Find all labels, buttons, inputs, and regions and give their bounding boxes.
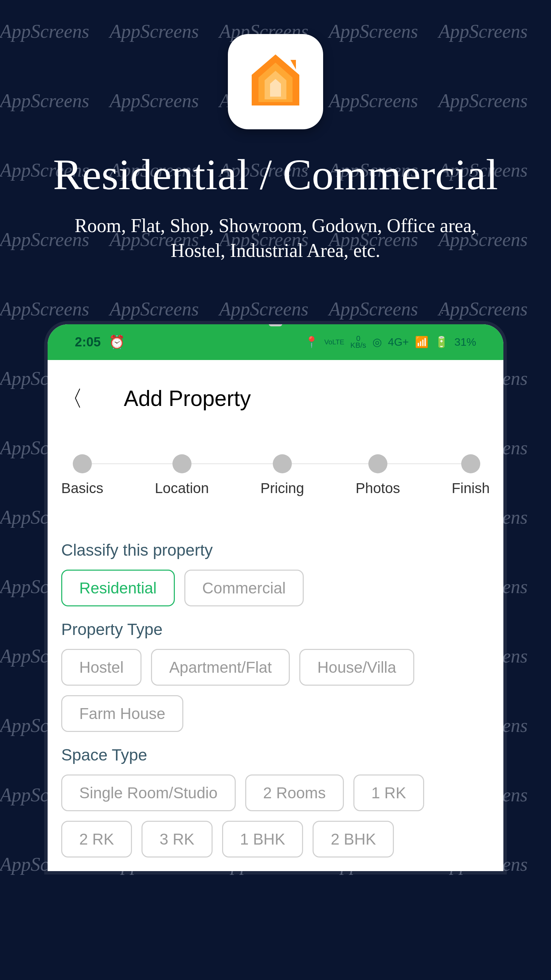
- chip-commercial[interactable]: Commercial: [184, 570, 304, 606]
- chip-hostel[interactable]: Hostel: [61, 649, 141, 686]
- phone-notch: [269, 324, 282, 326]
- step-photos[interactable]: Photos: [356, 454, 400, 496]
- chip-3rk[interactable]: 3 RK: [141, 821, 212, 858]
- chip-2-rooms[interactable]: 2 Rooms: [245, 775, 344, 811]
- chip-apartment[interactable]: Apartment/Flat: [151, 649, 290, 686]
- chip-farm-house[interactable]: Farm House: [61, 695, 183, 732]
- location-icon: 📍: [305, 336, 318, 348]
- status-time: 2:05: [75, 335, 101, 350]
- house-icon: [241, 48, 310, 116]
- classify-label: Classify this property: [61, 541, 490, 559]
- step-dot: [368, 454, 387, 473]
- chip-2rk[interactable]: 2 RK: [61, 821, 132, 858]
- step-dot: [73, 454, 92, 473]
- step-pricing[interactable]: Pricing: [260, 454, 304, 496]
- step-location[interactable]: Location: [155, 454, 209, 496]
- battery-icon: 🔋: [435, 336, 448, 348]
- alarm-icon: ⏰: [109, 334, 125, 350]
- chip-1rk[interactable]: 1 RK: [353, 775, 424, 811]
- status-bar: 2:05 ⏰ 📍 VoLTE 0 KB/s ◎ 4G+ 📶 🔋 31%: [48, 324, 503, 360]
- chip-1bhk[interactable]: 1 BHK: [222, 821, 303, 858]
- phone-frame: 2:05 ⏰ 📍 VoLTE 0 KB/s ◎ 4G+ 📶 🔋 31% 〈 Ad: [48, 324, 503, 871]
- hotspot-icon: ◎: [372, 336, 382, 348]
- space-type-label: Space Type: [61, 746, 490, 764]
- step-dot: [273, 454, 292, 473]
- chip-residential[interactable]: Residential: [61, 570, 175, 606]
- chip-2bhk[interactable]: 2 BHK: [313, 821, 394, 858]
- progress-stepper: Basics Location Pricing Photos Finish: [61, 434, 490, 530]
- page-title: Add Property: [124, 386, 251, 411]
- step-basics[interactable]: Basics: [61, 454, 103, 496]
- step-finish[interactable]: Finish: [452, 454, 490, 496]
- chip-house-villa[interactable]: House/Villa: [299, 649, 414, 686]
- network-type: 4G+: [388, 336, 409, 348]
- step-dot: [172, 454, 192, 473]
- hero-title: Residential / Commercial: [0, 150, 551, 200]
- battery-percent: 31%: [454, 336, 476, 348]
- app-icon: [228, 34, 323, 129]
- chip-single-room[interactable]: Single Room/Studio: [61, 775, 236, 811]
- back-button[interactable]: 〈: [61, 384, 83, 414]
- net-speed: 0 KB/s: [350, 335, 366, 349]
- hero-subtitle: Room, Flat, Shop, Showroom, Godown, Offi…: [54, 213, 497, 263]
- property-type-label: Property Type: [61, 620, 490, 639]
- step-dot: [461, 454, 480, 473]
- signal-icon: 📶: [415, 336, 429, 348]
- volte-icon: VoLTE: [324, 338, 345, 346]
